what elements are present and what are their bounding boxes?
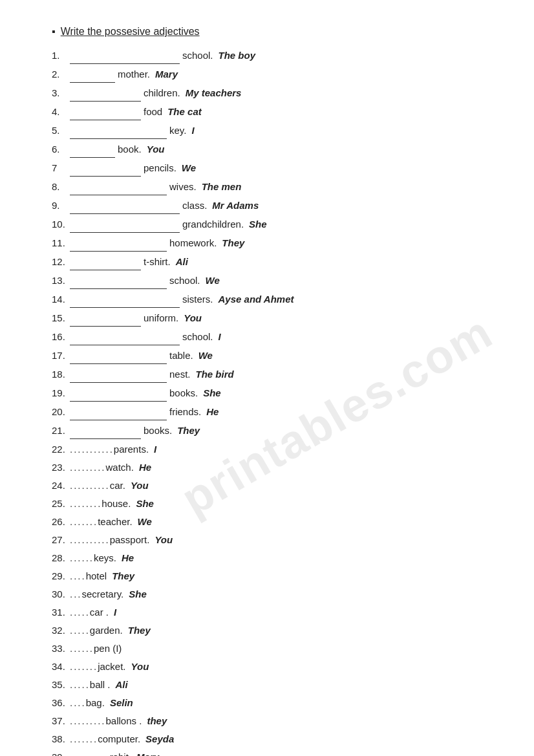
item-word: computer. bbox=[98, 731, 140, 747]
item-number: 15. bbox=[52, 310, 70, 326]
item-subject: He bbox=[122, 550, 134, 566]
fill-dots: .... bbox=[70, 695, 86, 711]
list-item: 37.......... ballons .they bbox=[52, 713, 495, 729]
fill-blank[interactable] bbox=[70, 292, 180, 308]
item-subject: They bbox=[128, 623, 151, 638]
item-word: hotel bbox=[86, 568, 107, 584]
item-subject: We bbox=[138, 514, 152, 530]
fill-blank[interactable] bbox=[70, 48, 180, 64]
fill-blank[interactable] bbox=[70, 104, 141, 120]
fill-blank[interactable] bbox=[70, 254, 141, 270]
item-number: 14. bbox=[52, 292, 70, 307]
item-subject: I bbox=[191, 123, 194, 138]
item-number: 27. bbox=[52, 532, 70, 548]
item-subject: We bbox=[182, 160, 196, 176]
item-word: keys. bbox=[94, 550, 116, 566]
item-word: rabit. bbox=[110, 750, 131, 756]
fill-blank[interactable] bbox=[70, 142, 115, 158]
item-number: 26. bbox=[52, 514, 70, 530]
item-number: 10. bbox=[52, 217, 70, 232]
list-item: 12. t-shirt.Ali bbox=[52, 254, 495, 270]
item-subject: She bbox=[129, 587, 147, 602]
fill-blank[interactable] bbox=[70, 385, 167, 402]
list-item: 31...... car .I bbox=[52, 605, 495, 620]
item-number: 21. bbox=[52, 423, 70, 438]
item-word: grandchildren. bbox=[182, 217, 244, 232]
fill-blank[interactable] bbox=[70, 179, 167, 195]
fill-blank[interactable] bbox=[70, 198, 180, 214]
item-word: key. bbox=[169, 123, 186, 138]
fill-dots: .... bbox=[70, 568, 86, 584]
item-number: 7 bbox=[52, 160, 70, 176]
item-subject: He bbox=[206, 404, 219, 420]
list-item: 26........ teacher.We bbox=[52, 514, 495, 530]
list-item: 11. homework.They bbox=[52, 235, 495, 252]
item-word: school. bbox=[182, 329, 213, 345]
fill-blank[interactable] bbox=[70, 123, 167, 139]
list-item: 2. mother.Mary bbox=[52, 67, 495, 83]
list-item: 8. wives.The men bbox=[52, 179, 495, 195]
item-word: books. bbox=[169, 385, 198, 401]
fill-blank[interactable] bbox=[70, 404, 167, 420]
list-item: 14. sisters.Ayse and Ahmet bbox=[52, 292, 495, 308]
list-item: 10. grandchildren.She bbox=[52, 217, 495, 233]
item-subject: You bbox=[131, 478, 149, 493]
item-number: 28. bbox=[52, 550, 70, 566]
item-subject: I bbox=[114, 605, 116, 620]
fill-blank[interactable] bbox=[70, 217, 180, 233]
fill-dots: ....... bbox=[70, 514, 98, 530]
item-number: 18. bbox=[52, 367, 70, 382]
list-item: 9. class.Mr Adams bbox=[52, 198, 495, 214]
fill-blank[interactable] bbox=[70, 67, 115, 83]
item-number: 4. bbox=[52, 104, 70, 120]
item-word: bag. bbox=[86, 695, 105, 711]
fill-blank[interactable] bbox=[70, 235, 167, 252]
list-item: 38........ computer.Seyda bbox=[52, 731, 495, 747]
item-number: 3. bbox=[52, 85, 70, 101]
item-number: 2. bbox=[52, 67, 70, 82]
item-number: 30. bbox=[52, 587, 70, 602]
item-subject: You bbox=[131, 659, 149, 675]
fill-blank[interactable] bbox=[70, 160, 141, 177]
fill-blank[interactable] bbox=[70, 329, 180, 345]
fill-dots: ...... bbox=[70, 550, 94, 566]
item-subject: We bbox=[198, 348, 213, 363]
item-word: sisters. bbox=[182, 292, 213, 307]
fill-blank[interactable] bbox=[70, 85, 141, 102]
item-word: parents. bbox=[114, 442, 149, 457]
item-subject: Ali bbox=[116, 677, 128, 693]
item-word: homework. bbox=[169, 235, 217, 251]
item-word: mother. bbox=[118, 67, 150, 82]
item-number: 24. bbox=[52, 478, 70, 493]
list-item: 3. children.My teachers bbox=[52, 85, 495, 102]
item-word: school. bbox=[169, 273, 200, 288]
item-word: nest. bbox=[169, 367, 191, 382]
list-item: 15. uniform.You bbox=[52, 310, 495, 327]
instruction-header: ▪ Write the possesive adjectives bbox=[52, 26, 495, 38]
fill-blank[interactable] bbox=[70, 367, 167, 383]
item-word: teacher. bbox=[98, 514, 132, 530]
item-subject: She bbox=[136, 496, 154, 512]
fill-dots: .......... bbox=[70, 532, 110, 548]
list-item: 23.......... watch.He bbox=[52, 460, 495, 475]
instruction-title: Write the possesive adjectives bbox=[61, 26, 200, 38]
list-item: 22............ parents.I bbox=[52, 442, 495, 457]
list-item: 32...... garden.They bbox=[52, 623, 495, 638]
item-word: watch. bbox=[106, 460, 134, 475]
fill-dots: ...... bbox=[70, 641, 94, 656]
list-item: 24........... car.You bbox=[52, 478, 495, 493]
item-subject: We bbox=[206, 273, 220, 288]
fill-dots: ..... bbox=[70, 677, 90, 693]
fill-blank[interactable] bbox=[70, 348, 167, 364]
fill-dots: ........ bbox=[70, 496, 101, 512]
item-subject: The cat bbox=[167, 104, 202, 120]
item-number: 32. bbox=[52, 623, 70, 638]
item-word: wives. bbox=[169, 179, 197, 195]
item-word: jacket. bbox=[98, 659, 125, 675]
item-word: t-shirt. bbox=[144, 254, 171, 270]
fill-blank[interactable] bbox=[70, 273, 167, 289]
fill-dots: ..... bbox=[70, 605, 90, 620]
item-subject: He bbox=[139, 460, 151, 475]
fill-blank[interactable] bbox=[70, 423, 141, 439]
fill-blank[interactable] bbox=[70, 310, 141, 327]
